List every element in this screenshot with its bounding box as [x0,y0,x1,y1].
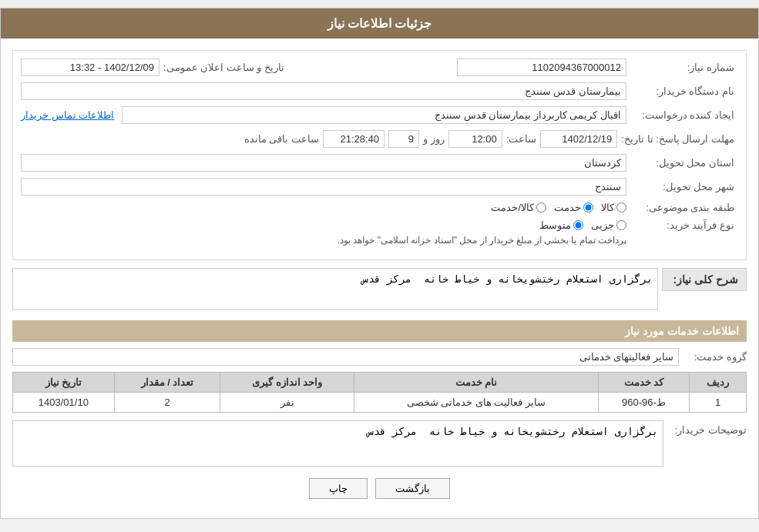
category-option-kala-khedmat[interactable]: کالا/خدمت [491,202,546,213]
city-value: سنندج [21,178,626,196]
description-section-title: شرح کلی نیاز: [662,268,747,291]
province-value: کردستان [21,154,626,172]
send-time-label: ساعت: [506,133,537,145]
process-note: پرداخت تمام یا بخشی از مبلغ خریدار از مح… [21,235,626,246]
col-code: کد خدمت [598,373,689,393]
row-unit: نفر [220,393,354,413]
category-radio-group: کالا خدمت کالا/خدمت [491,202,626,213]
send-deadline-label: مهلت ارسال پاسخ: تا تاریخ: [621,133,738,145]
send-remaining-value: 21:28:40 [323,130,385,148]
process-motavaset-label: متوسط [539,219,571,231]
page-title: جزئیات اطلاعات نیاز [1,8,758,38]
category-label: طبقه بندی موضوعی: [630,202,738,213]
buyer-org-value: بیمارستان قدس سنندج [21,82,626,100]
row-code: ط-96-960 [598,393,689,413]
col-date: تاریخ نیاز [13,373,115,393]
need-number-label: شماره نیاز: [630,62,738,73]
service-group-value: سایر فعالیتهای خدماتی [12,348,679,366]
services-table: ردیف کد خدمت نام خدمت واحد اندازه گیری ت… [12,372,747,413]
process-option-jozi[interactable]: جزیی [591,219,626,231]
services-section-title: اطلاعات خدمات مورد نیاز [12,320,747,342]
send-time-value: 12:00 [448,130,502,148]
creator-label: ایجاد کننده درخواست: [630,109,738,121]
row-number: 1 [690,393,747,413]
city-label: شهر محل تحویل: [630,181,738,192]
process-option-motavaset[interactable]: متوسط [539,219,583,231]
table-row: 1 ط-96-960 سایر فعالیت های خدماتی شخصی ن… [13,393,747,413]
print-button[interactable]: چاپ [309,478,368,499]
col-name: نام خدمت [354,373,599,393]
buyer-desc-label: توضیحات خریدار: [670,420,747,467]
announce-datetime-label: تاریخ و ساعت اعلان عمومی: [163,62,284,73]
buyer-org-label: نام دستگاه خریدار: [630,85,738,97]
row-qty: 2 [114,393,220,413]
creator-link[interactable]: اطلاعات تماس خریدار [21,109,114,121]
send-date-value: 1402/12/19 [540,130,617,148]
category-option-kala[interactable]: کالا [601,202,626,213]
col-qty: تعداد / مقدار [114,373,220,393]
category-kala-khedmat-label: کالا/خدمت [491,202,534,213]
send-days-label: روز و [423,133,445,145]
back-button[interactable]: بازگشت [375,478,450,499]
service-group-label: گروه خدمت: [685,351,747,363]
col-unit: واحد اندازه گیری [220,373,354,393]
province-label: استان محل تحویل: [630,157,738,169]
buyer-desc-textarea[interactable] [12,420,663,467]
process-jozi-label: جزیی [591,219,614,231]
row-name: سایر فعالیت های خدماتی شخصی [354,393,599,413]
need-number-value: 1102094367000012 [457,59,626,76]
category-kala-label: کالا [601,202,614,213]
send-days-value: 9 [388,130,419,148]
row-date: 1403/01/10 [13,393,115,413]
buttons-row: بازگشت چاپ [12,478,747,507]
process-label: نوع فرآیند خرید: [630,219,738,231]
category-khedmat-label: خدمت [554,202,581,213]
creator-value: اقبال کریمی کاربرداز بیمارستان قدس سنندج [122,106,626,124]
announce-datetime-value: 1402/12/09 - 13:32 [21,59,160,76]
send-remaining-label: ساعت باقی مانده [244,133,319,145]
category-option-khedmat[interactable]: خدمت [554,202,593,213]
description-textarea[interactable] [12,268,658,310]
col-row: ردیف [690,373,747,393]
